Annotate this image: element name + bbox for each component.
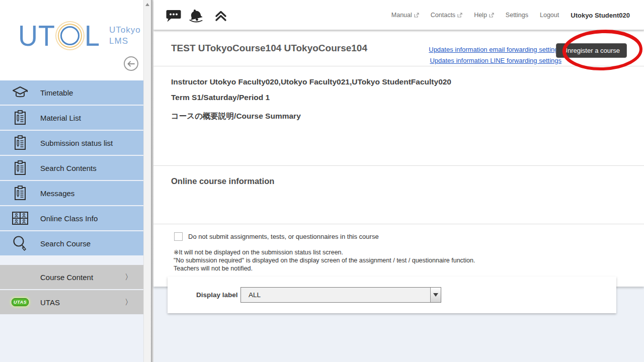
sidebar-item-search-contents[interactable]: Search Contents (0, 156, 143, 180)
sidebar-item-label: Messages (40, 189, 74, 198)
course-title-section: TEST UTokyoCourse104 UTokyoCourse104 Upd… (153, 30, 644, 66)
logo-subtitle: UTokyo LMS (109, 25, 141, 47)
online-course-heading: Online course information (171, 176, 644, 186)
display-label-card: Display label ALL (168, 277, 616, 313)
clipboard-icon (10, 135, 30, 151)
nav-logout[interactable]: Logout (540, 12, 559, 19)
sidebar-item-timetable[interactable]: Timetable (0, 80, 143, 105)
course-title: TEST UTokyoCourse104 UTokyoCourse104 (171, 43, 367, 54)
nav-contacts[interactable]: Contacts (431, 12, 462, 19)
magnifier-icon (10, 235, 30, 252)
utol-app: UT L UTokyo LMS Timetable (0, 0, 644, 362)
sidebar-item-course-content[interactable]: Course Content 〉 (0, 265, 143, 289)
nav-settings[interactable]: Settings (506, 12, 528, 19)
chat-bubble-icon (165, 8, 182, 23)
display-label-select[interactable]: ALL (240, 287, 441, 303)
utol-logo: UT L UTokyo LMS (18, 22, 141, 49)
header-nav: Manual Contacts Help Settings Logout U (391, 0, 630, 30)
user-name: Utokyo Student020 (571, 12, 630, 19)
line-forwarding-link[interactable]: Updates information LINE forwarding sett… (429, 55, 561, 66)
course-summary-line: コースの概要説明/Course Summary (171, 111, 644, 122)
collapse-header-button[interactable] (212, 7, 230, 24)
external-link-icon (457, 13, 462, 18)
email-forwarding-link[interactable]: Updates information email forwarding set… (429, 44, 561, 55)
sidebar-item-label: Material List (40, 114, 81, 122)
sidebar-item-submission-status-list[interactable]: Submission status list (0, 131, 143, 155)
main-area: Manual Contacts Help Settings Logout U (153, 0, 644, 362)
logo-o-ring-icon (60, 26, 79, 45)
note-line: Teachers will not be notified. (174, 264, 644, 273)
logo-subtitle-line1: UTokyo (109, 25, 141, 36)
sidebar-item-label: Timetable (40, 88, 73, 97)
sidebar-item-label: Course Content (40, 273, 93, 282)
no-submission-checkbox[interactable] (174, 232, 183, 241)
back-arrow-icon (127, 61, 135, 67)
note-line: ※It will not be displayed on the submiss… (174, 248, 644, 256)
sidebar-item-label: Submission status list (40, 139, 113, 147)
external-link-icon (414, 13, 419, 18)
select-value: ALL (249, 291, 261, 299)
sidebar-item-label: Online Class Info (40, 214, 98, 223)
note-line: "No submission required" is displayed on… (174, 256, 644, 264)
sidebar-nav: Timetable Material List Submission statu… (0, 80, 143, 315)
sidebar-collapse-button[interactable] (124, 56, 138, 71)
no-submission-option: Do not submit assignments, tests, or que… (174, 232, 644, 241)
notification-bell-icon (187, 8, 205, 24)
term-line: Term S1/Saturday/Period 1 (171, 93, 644, 102)
logo-area: UT L UTokyo LMS (0, 0, 143, 80)
display-label-text: Display label (196, 291, 238, 299)
forwarding-links: Updates information email forwarding set… (429, 44, 561, 66)
course-info-section: Instructor Utokyo Faculty020,Utokyo Facu… (153, 66, 644, 166)
course-page: TEST UTokyoCourse104 UTokyoCourse104 Upd… (153, 30, 644, 287)
nav-label: Logout (540, 12, 559, 19)
instructor-line: Instructor Utokyo Faculty020,Utokyo Facu… (171, 77, 644, 86)
clipboard-icon (10, 160, 30, 176)
utas-icon: UTAS (10, 298, 30, 306)
nav-label: Settings (506, 12, 528, 19)
unregister-course-button[interactable]: Unregister a course (556, 43, 627, 58)
sidebar: UT L UTokyo LMS Timetable (0, 0, 143, 362)
sidebar-item-label: Search Contents (40, 164, 97, 172)
main-header: Manual Contacts Help Settings Logout U (153, 0, 644, 30)
collapse-up-icon (214, 9, 227, 22)
scroll-up-icon[interactable] (145, 3, 149, 6)
sidebar-item-label: Search Course (40, 239, 91, 248)
sidebar-item-messages[interactable]: Messages (0, 181, 143, 205)
sidebar-item-utas[interactable]: UTAS UTAS 〉 (0, 290, 143, 314)
sidebar-scrollbar[interactable] (143, 0, 151, 362)
sidebar-item-label: UTAS (40, 298, 60, 307)
clipboard-icon (10, 185, 30, 201)
no-submission-label: Do not submit assignments, tests, or que… (188, 233, 379, 240)
chevron-right-glyph: 〉 (125, 273, 132, 282)
clipboard-icon (10, 110, 30, 126)
sidebar-item-online-class-info[interactable]: Online Class Info (0, 206, 143, 230)
no-submission-notes: ※It will not be displayed on the submiss… (174, 248, 644, 273)
logo-subtitle-line2: LMS (109, 36, 141, 47)
chat-bubble-button[interactable] (165, 7, 183, 24)
online-course-section: Online course information (153, 166, 644, 224)
external-link-icon (489, 13, 494, 18)
logo-wordmark-left: UT (18, 22, 55, 50)
dropdown-arrow-icon (430, 288, 441, 302)
nav-label: Contacts (431, 12, 455, 19)
notification-bell-button[interactable] (187, 7, 205, 24)
nav-label: Manual (391, 12, 412, 19)
sidebar-item-material-list[interactable]: Material List (0, 106, 143, 130)
people-grid-icon (10, 211, 30, 225)
nav-label: Help (474, 12, 487, 19)
sidebar-secondary-group: Course Content 〉 UTAS UTAS 〉 (0, 265, 143, 314)
utas-icon-text: UTAS (12, 298, 29, 306)
nav-help[interactable]: Help (474, 12, 494, 19)
sidebar-item-search-course[interactable]: Search Course (0, 231, 143, 255)
nav-manual[interactable]: Manual (391, 12, 419, 19)
logo-wordmark-right: L (85, 22, 100, 50)
chevron-right-glyph: 〉 (125, 298, 132, 307)
graduation-cap-icon (10, 85, 30, 100)
